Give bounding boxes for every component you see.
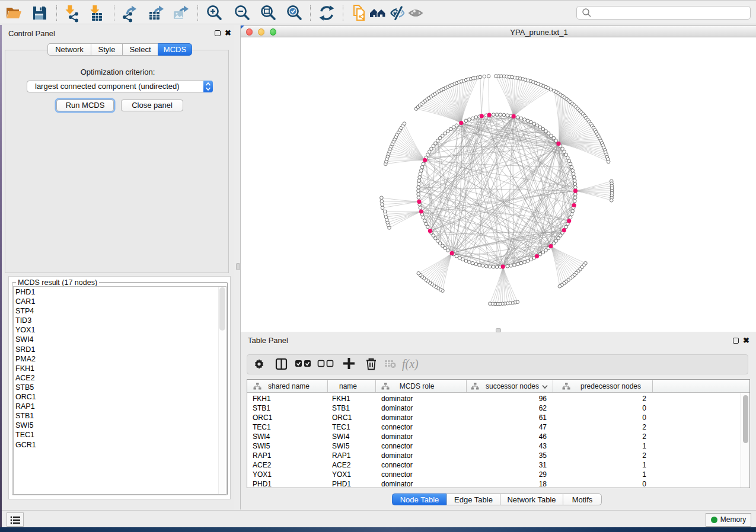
svg-text:f(x): f(x) <box>402 357 419 371</box>
